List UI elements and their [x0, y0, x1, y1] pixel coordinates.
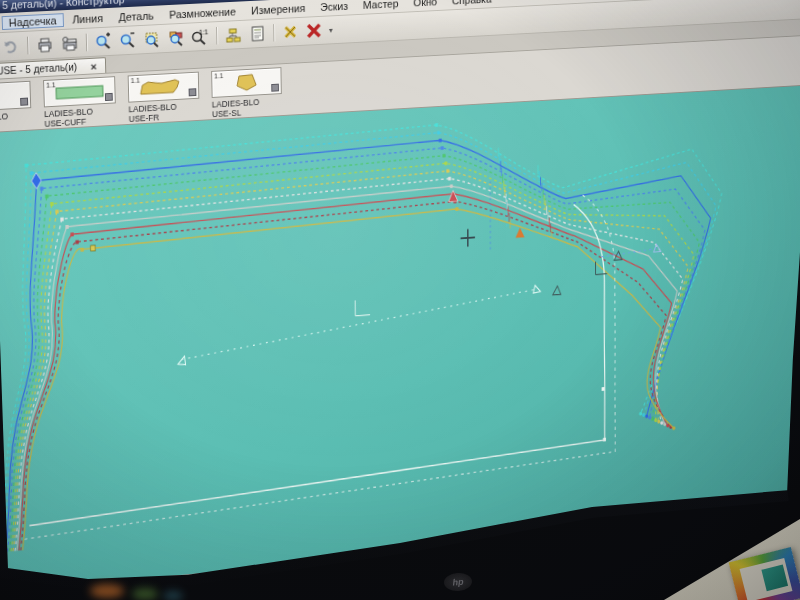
menu-item[interactable]: Размножение: [162, 4, 242, 22]
toolbar-separator: [216, 27, 217, 45]
menu-item[interactable]: Справка: [445, 0, 498, 7]
piece-shape-icon: [133, 77, 195, 98]
zoom-1-1-label: 1:1: [199, 28, 209, 35]
toolbar-separator: [273, 24, 274, 41]
piece-thumbnail[interactable]: 1.1: [211, 67, 282, 98]
toolbar-separator: [27, 37, 29, 55]
bezel-reflection: [90, 584, 124, 598]
piece-card[interactable]: 1.1LADIES-BLOUSE-CUFF: [43, 76, 116, 129]
piece-lock-icon: [20, 98, 28, 106]
graded-sizes: [0, 106, 723, 552]
piece-thumbnail[interactable]: 1.1: [128, 72, 200, 103]
piece-thumbnail[interactable]: [0, 81, 31, 112]
brand-text: hp: [452, 577, 464, 588]
piece-card[interactable]: 1.1LADIES-BLOUSE-FR: [128, 72, 200, 125]
print-icon[interactable]: [34, 33, 56, 56]
photo-of-monitor: 5 деталь(и) - Конструктор аНадсечкаЛиния…: [0, 0, 800, 600]
menu-item[interactable]: Измерения: [244, 0, 312, 17]
delete-yellow-icon[interactable]: [280, 21, 301, 43]
undo-icon[interactable]: [0, 35, 22, 58]
bezel-reflection: [163, 591, 183, 600]
piece-scale: 1.1: [46, 81, 56, 88]
delete-red-icon[interactable]: [303, 20, 324, 42]
piece-lock-icon: [189, 88, 197, 96]
piece-shape-icon: [48, 81, 111, 102]
bezel-reflection: [132, 588, 158, 600]
grain-line: [177, 285, 541, 365]
zoom-in-icon[interactable]: [92, 30, 114, 53]
scheme-icon[interactable]: [223, 24, 244, 46]
menu-item[interactable]: Эскиз: [314, 0, 355, 14]
menu-item[interactable]: Надсечка: [2, 13, 64, 30]
toolbar-overflow-icon[interactable]: ▾: [329, 25, 333, 34]
piece-scale: 1.1: [214, 72, 223, 79]
zoom-out-icon[interactable]: [117, 29, 139, 52]
piece-card[interactable]: LADIES-BLOUSE-COL: [0, 81, 32, 134]
zoom-pieces-icon[interactable]: [165, 27, 187, 50]
menu-item[interactable]: Деталь: [112, 8, 161, 24]
menu-item[interactable]: Мастер: [356, 0, 405, 12]
crosshair-cursor: [461, 229, 476, 247]
toolbar-separator: [86, 34, 87, 52]
zoom-1-1-icon[interactable]: 1:1: [189, 25, 211, 47]
base-outline: [14, 193, 618, 539]
report-icon[interactable]: [247, 22, 268, 44]
piece-card[interactable]: 1.1LADIES-BLOUSE-SL: [211, 67, 282, 119]
piece-scale: 1.1: [131, 77, 141, 84]
piece-thumbnail[interactable]: 1.1: [43, 76, 116, 107]
zoom-area-icon[interactable]: [141, 28, 163, 51]
plotter-icon[interactable]: [58, 32, 80, 55]
tab-close-icon[interactable]: ×: [90, 60, 97, 72]
menu-item[interactable]: Линия: [65, 10, 110, 26]
piece-lock-icon: [105, 93, 113, 101]
piece-shape-icon: [216, 72, 277, 93]
piece-lock-icon: [271, 84, 279, 92]
menu-item[interactable]: Окно: [407, 0, 444, 9]
